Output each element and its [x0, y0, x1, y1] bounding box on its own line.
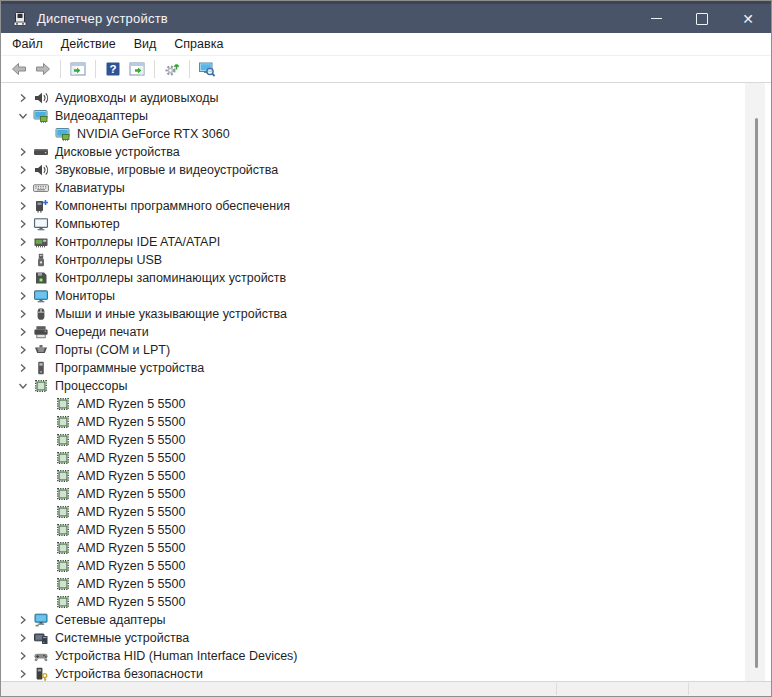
expand-chevron-icon[interactable]	[15, 612, 31, 628]
help-icon[interactable]: ?	[103, 59, 123, 79]
tree-item[interactable]: AMD Ryzen 5 5500	[1, 467, 771, 485]
tree-item[interactable]: Устройства HID (Human Interface Devices)	[1, 647, 771, 665]
audio-icon	[33, 90, 49, 106]
expand-chevron-icon[interactable]	[15, 288, 31, 304]
usb-controller-icon	[33, 252, 49, 268]
tree-item[interactable]: AMD Ryzen 5 5500	[1, 395, 771, 413]
forward-arrow-icon[interactable]	[33, 59, 53, 79]
cpu-icon	[55, 540, 71, 556]
minimize-icon	[651, 18, 662, 19]
expand-chevron-icon[interactable]	[15, 378, 31, 394]
tree-item-label: NVIDIA GeForce RTX 3060	[77, 127, 230, 141]
minimize-button[interactable]	[633, 4, 679, 33]
tree-item[interactable]: AMD Ryzen 5 5500	[1, 557, 771, 575]
tree-item[interactable]: Порты (COM и LPT)	[1, 341, 771, 359]
device-manager-app-icon	[12, 11, 28, 27]
tree-item-label: Мониторы	[55, 289, 115, 303]
tree-item[interactable]: Дисковые устройства	[1, 143, 771, 161]
tree-item[interactable]: Звуковые, игровые и видеоустройства	[1, 161, 771, 179]
toolbar-separator	[154, 60, 155, 78]
show-console-tree-icon[interactable]	[68, 59, 88, 79]
tree-item[interactable]: AMD Ryzen 5 5500	[1, 539, 771, 557]
tree-item[interactable]: AMD Ryzen 5 5500	[1, 521, 771, 539]
maximize-button[interactable]	[679, 4, 725, 33]
tree-item[interactable]: Компьютер	[1, 215, 771, 233]
tree-item[interactable]: Сетевые адаптеры	[1, 611, 771, 629]
maximize-icon	[696, 13, 708, 25]
close-button[interactable]: ✕	[725, 4, 771, 33]
expand-chevron-icon[interactable]	[15, 306, 31, 322]
tree-item[interactable]: AMD Ryzen 5 5500	[1, 449, 771, 467]
expand-chevron-icon[interactable]	[15, 648, 31, 664]
tree-item-label: Сетевые адаптеры	[55, 613, 166, 627]
expand-chevron-icon[interactable]	[15, 216, 31, 232]
expand-chevron-icon[interactable]	[15, 198, 31, 214]
expand-chevron-icon[interactable]	[15, 252, 31, 268]
tree-item[interactable]: Системные устройства	[1, 629, 771, 647]
expand-chevron-icon[interactable]	[15, 234, 31, 250]
tree-item-label: Компьютер	[55, 217, 120, 231]
tree-item-label: AMD Ryzen 5 5500	[77, 487, 185, 501]
vertical-scrollbar[interactable]	[745, 83, 765, 681]
tree-item[interactable]: Мониторы	[1, 287, 771, 305]
tree-item[interactable]: Программные устройства	[1, 359, 771, 377]
expand-chevron-icon[interactable]	[15, 144, 31, 160]
tree-item-label: Клавиатуры	[55, 181, 125, 195]
window-title: Диспетчер устройств	[37, 11, 168, 26]
tree-item-label: Очереди печати	[55, 325, 149, 339]
tree-item[interactable]: NVIDIA GeForce RTX 3060	[1, 125, 771, 143]
menu-item-3[interactable]: Справка	[165, 35, 232, 53]
tree-item[interactable]: Контроллеры IDE ATA/ATAPI	[1, 233, 771, 251]
expand-chevron-icon[interactable]	[15, 270, 31, 286]
title-bar: Диспетчер устройств ✕	[1, 1, 771, 33]
tree-item[interactable]: Аудиовходы и аудиовыходы	[1, 89, 771, 107]
tree-item[interactable]: AMD Ryzen 5 5500	[1, 413, 771, 431]
menu-item-2[interactable]: Вид	[125, 35, 166, 53]
tree-item[interactable]: Компоненты программного обеспечения	[1, 197, 771, 215]
cpu-icon	[55, 468, 71, 484]
tree-item[interactable]: Процессоры	[1, 377, 771, 395]
expand-chevron-icon[interactable]	[15, 90, 31, 106]
tree-item-label: AMD Ryzen 5 5500	[77, 523, 185, 537]
menu-bar: ФайлДействиеВидСправка	[1, 33, 771, 56]
tree-item[interactable]: Устройства безопасности	[1, 665, 771, 681]
tree-item-label: Устройства безопасности	[55, 667, 203, 681]
menu-item-1[interactable]: Действие	[52, 35, 125, 53]
port-icon	[33, 342, 49, 358]
tree-item[interactable]: Клавиатуры	[1, 179, 771, 197]
back-arrow-icon[interactable]	[9, 59, 29, 79]
expand-chevron-icon[interactable]	[15, 324, 31, 340]
tree-item[interactable]: AMD Ryzen 5 5500	[1, 485, 771, 503]
tree-item[interactable]: AMD Ryzen 5 5500	[1, 593, 771, 611]
device-search-icon[interactable]	[197, 59, 217, 79]
status-separator	[556, 683, 557, 695]
cpu-icon	[55, 522, 71, 538]
expand-chevron-icon[interactable]	[15, 342, 31, 358]
scrollbar-thumb[interactable]	[755, 118, 758, 668]
expand-chevron-icon[interactable]	[15, 108, 31, 124]
tree-item[interactable]: Видеоадаптеры	[1, 107, 771, 125]
expand-chevron-icon[interactable]	[15, 360, 31, 376]
cpu-icon	[55, 450, 71, 466]
software-component-icon	[33, 198, 49, 214]
hid-device-icon	[33, 648, 49, 664]
tree-item[interactable]: AMD Ryzen 5 5500	[1, 503, 771, 521]
expand-chevron-icon[interactable]	[15, 666, 31, 681]
show-action-pane-icon[interactable]	[127, 59, 147, 79]
expand-chevron-icon[interactable]	[15, 630, 31, 646]
tree-item[interactable]: Мыши и иные указывающие устройства	[1, 305, 771, 323]
software-device-icon	[33, 360, 49, 376]
expand-chevron-icon[interactable]	[15, 180, 31, 196]
tree-item[interactable]: Очереди печати	[1, 323, 771, 341]
tree-item[interactable]: Контроллеры USB	[1, 251, 771, 269]
expand-chevron-icon[interactable]	[15, 162, 31, 178]
tree-item[interactable]: AMD Ryzen 5 5500	[1, 575, 771, 593]
tree-item-label: AMD Ryzen 5 5500	[77, 433, 185, 447]
keyboard-icon	[33, 180, 49, 196]
tree-item-label: AMD Ryzen 5 5500	[77, 595, 185, 609]
tree-item[interactable]: Контроллеры запоминающих устройств	[1, 269, 771, 287]
scan-hardware-changes-icon[interactable]	[162, 59, 182, 79]
menu-item-0[interactable]: Файл	[3, 35, 52, 53]
cpu-icon	[55, 414, 71, 430]
tree-item[interactable]: AMD Ryzen 5 5500	[1, 431, 771, 449]
